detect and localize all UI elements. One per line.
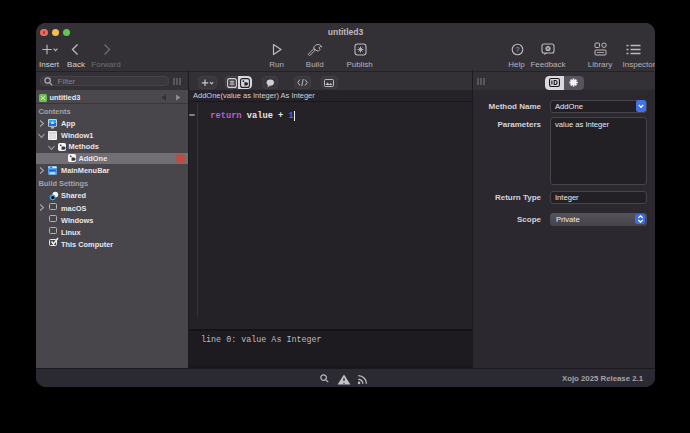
- svg-text:?: ?: [515, 46, 519, 53]
